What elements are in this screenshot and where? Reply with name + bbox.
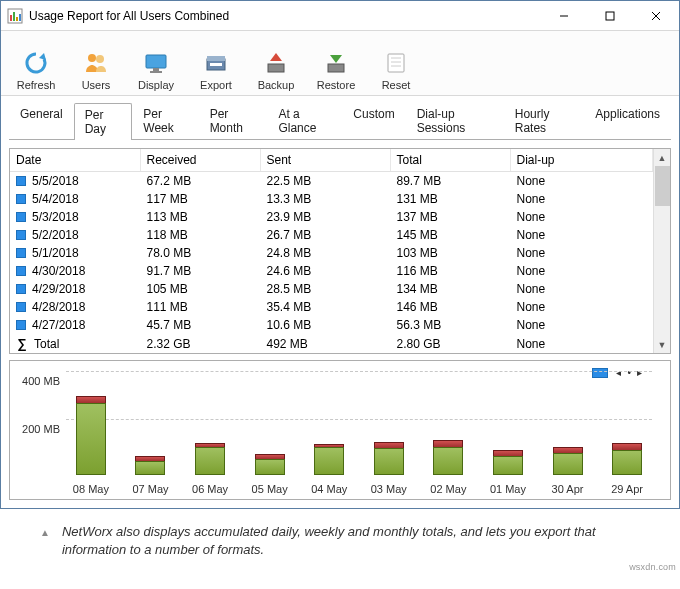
cell-received: 2.32 GB — [140, 334, 260, 353]
bar-group[interactable] — [543, 371, 593, 475]
scroll-down-icon[interactable]: ▼ — [654, 336, 670, 353]
bar-group[interactable] — [602, 371, 652, 475]
col-sent[interactable]: Sent — [260, 149, 390, 172]
svg-rect-2 — [13, 12, 15, 21]
tab-applications[interactable]: Applications — [584, 102, 671, 139]
x-tick-label: 03 May — [364, 483, 414, 495]
display-button[interactable]: Display — [129, 35, 183, 91]
table-row[interactable]: 5/5/201867.2 MB22.5 MB89.7 MBNone — [10, 172, 653, 191]
cell-received: 113 MB — [140, 208, 260, 226]
scroll-up-icon[interactable]: ▲ — [654, 149, 670, 166]
caption: ▲ NetWorx also displays accumulated dail… — [0, 509, 680, 572]
restore-button[interactable]: Restore — [309, 35, 363, 91]
cell-received: 78.0 MB — [140, 244, 260, 262]
table-row[interactable]: 5/1/201878.0 MB24.8 MB103 MBNone — [10, 244, 653, 262]
cell-dialup: None — [510, 298, 653, 316]
tab-content: Date Received Sent Total Dial-up 5/5/201… — [1, 140, 679, 508]
svg-rect-6 — [606, 12, 614, 20]
svg-rect-1 — [10, 15, 12, 21]
close-button[interactable] — [633, 1, 679, 31]
scroll-thumb[interactable] — [655, 166, 670, 206]
tab-custom[interactable]: Custom — [342, 102, 405, 139]
cell-dialup: None — [510, 280, 653, 298]
cell-date: 4/30/2018 — [32, 264, 85, 278]
table-row[interactable]: 5/4/2018117 MB13.3 MB131 MBNone — [10, 190, 653, 208]
cell-received: 67.2 MB — [140, 172, 260, 191]
cell-sent: 492 MB — [260, 334, 390, 353]
table-row[interactable]: 4/27/201845.7 MB10.6 MB56.3 MBNone — [10, 316, 653, 334]
cell-total: 56.3 MB — [390, 316, 510, 334]
export-button[interactable]: Export — [189, 35, 243, 91]
cell-date: 5/3/2018 — [32, 210, 79, 224]
bar-group[interactable] — [66, 371, 116, 475]
table-row[interactable]: 4/29/2018105 MB28.5 MB134 MBNone — [10, 280, 653, 298]
col-date[interactable]: Date — [10, 149, 140, 172]
x-tick-label: 30 Apr — [543, 483, 593, 495]
table-total-row[interactable]: ∑Total2.32 GB492 MB2.80 GBNone — [10, 334, 653, 353]
table-row[interactable]: 5/3/2018113 MB23.9 MB137 MBNone — [10, 208, 653, 226]
usage-chart: ◂ • ▸ 200 MB400 MB 08 May07 May06 May05 … — [9, 360, 671, 500]
bar-group[interactable] — [423, 371, 473, 475]
minimize-button[interactable] — [541, 1, 587, 31]
cell-date: 5/4/2018 — [32, 192, 79, 206]
reset-button[interactable]: Reset — [369, 35, 423, 91]
tab-hourly-rates[interactable]: Hourly Rates — [504, 102, 585, 139]
table-header-row: Date Received Sent Total Dial-up — [10, 149, 653, 172]
svg-rect-15 — [207, 56, 225, 61]
toolbar-label: Users — [82, 79, 111, 91]
cell-sent: 26.7 MB — [260, 226, 390, 244]
tab-general[interactable]: General — [9, 102, 74, 139]
tab-per-month[interactable]: Per Month — [199, 102, 268, 139]
col-total[interactable]: Total — [390, 149, 510, 172]
x-tick-label: 08 May — [66, 483, 116, 495]
refresh-button[interactable]: Refresh — [9, 35, 63, 91]
table-row[interactable]: 4/28/2018111 MB35.4 MB146 MBNone — [10, 298, 653, 316]
cell-sent: 23.9 MB — [260, 208, 390, 226]
table-scrollbar[interactable]: ▲ ▼ — [653, 149, 670, 353]
toolbar-label: Display — [138, 79, 174, 91]
caption-text: NetWorx also displays accumulated daily,… — [62, 523, 650, 558]
cell-dialup: None — [510, 172, 653, 191]
tab-per-day[interactable]: Per Day — [74, 103, 133, 140]
x-tick-label: 29 Apr — [602, 483, 652, 495]
bar-sent — [612, 443, 642, 450]
x-tick-label: 06 May — [185, 483, 235, 495]
table-row[interactable]: 5/2/2018118 MB26.7 MB145 MBNone — [10, 226, 653, 244]
bar-group[interactable] — [126, 371, 176, 475]
backup-button[interactable]: Backup — [249, 35, 303, 91]
x-tick-label: 05 May — [245, 483, 295, 495]
cell-total: 134 MB — [390, 280, 510, 298]
bar-group[interactable] — [185, 371, 235, 475]
window-title: Usage Report for All Users Combined — [29, 9, 541, 23]
tab-per-week[interactable]: Per Week — [132, 102, 198, 139]
col-dialup[interactable]: Dial-up — [510, 149, 653, 172]
cell-received: 45.7 MB — [140, 316, 260, 334]
toolbar-label: Restore — [317, 79, 356, 91]
cell-dialup: None — [510, 208, 653, 226]
cell-total: 2.80 GB — [390, 334, 510, 353]
svg-rect-13 — [150, 71, 162, 73]
cell-sent: 35.4 MB — [260, 298, 390, 316]
bar-group[interactable] — [304, 371, 354, 475]
refresh-icon — [22, 49, 50, 77]
col-received[interactable]: Received — [140, 149, 260, 172]
row-icon — [16, 266, 26, 276]
bar-received — [255, 459, 285, 475]
bar-sent — [76, 396, 106, 403]
bar-group[interactable] — [483, 371, 533, 475]
table-row[interactable]: 4/30/201891.7 MB24.6 MB116 MBNone — [10, 262, 653, 280]
cell-date: 5/2/2018 — [32, 228, 79, 242]
bar-received — [76, 403, 106, 475]
bar-group[interactable] — [245, 371, 295, 475]
maximize-button[interactable] — [587, 1, 633, 31]
bar-received — [195, 447, 225, 475]
app-window: Usage Report for All Users Combined Refr… — [0, 0, 680, 509]
cell-sent: 24.6 MB — [260, 262, 390, 280]
cell-date: 4/27/2018 — [32, 318, 85, 332]
bar-group[interactable] — [364, 371, 414, 475]
restore-icon — [322, 49, 350, 77]
tab-at-a-glance[interactable]: At a Glance — [267, 102, 342, 139]
cell-total: 103 MB — [390, 244, 510, 262]
tab-dial-up-sessions[interactable]: Dial-up Sessions — [406, 102, 504, 139]
users-button[interactable]: Users — [69, 35, 123, 91]
